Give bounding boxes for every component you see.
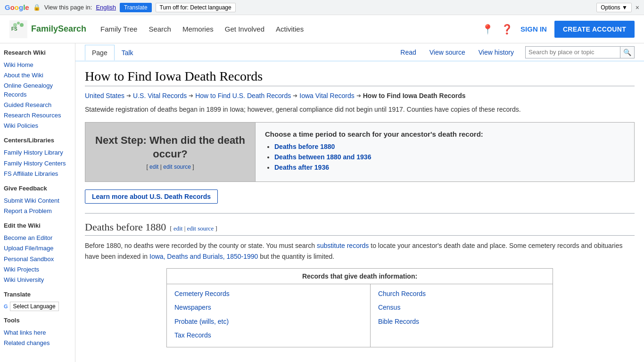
location-icon[interactable]: 📍 (482, 24, 494, 35)
records-table-heading: Records that give death information: (167, 269, 553, 284)
sidebar-item-personal-sandbox[interactable]: Personal Sandbox (4, 254, 71, 264)
tabs-actions: Read View source View history 🔍 (394, 45, 635, 60)
sidebar-item-report-problem[interactable]: Report a Problem (4, 206, 71, 216)
breadcrumb-arrow-1: ➔ (126, 92, 131, 99)
sidebar-tools-heading: Tools (4, 317, 71, 324)
language-link[interactable]: English (96, 4, 116, 11)
breadcrumb-iowa-vital[interactable]: Iowa Vital Records (299, 92, 354, 99)
sidebar-item-guided-research[interactable]: Guided Research (4, 100, 71, 110)
sidebar-item-wiki-projects[interactable]: Wiki Projects (4, 264, 71, 275)
breadcrumb-arrow-2: ➔ (189, 92, 193, 99)
section1-edit-source-link[interactable]: edit source (187, 225, 214, 232)
lock-icon: 🔒 (33, 4, 41, 11)
turn-off-button[interactable]: Turn off for: Detect language (156, 3, 236, 12)
sidebar-section-tools: Tools What links here Related changes (4, 317, 71, 348)
choose-heading: Choose a time period to search for your … (265, 130, 625, 138)
close-icon[interactable]: × (636, 4, 639, 11)
divider (85, 213, 635, 214)
census-link[interactable]: Census (378, 302, 545, 313)
next-step-edit-link[interactable]: edit (149, 164, 158, 170)
sidebar-item-fs-affiliate[interactable]: FS Affiliate Libraries (4, 169, 71, 179)
tabs-bar: Page Talk Read View source View history … (75, 43, 644, 61)
sidebar-item-fh-centers[interactable]: Family History Centers (4, 158, 71, 169)
records-left-col: Cemetery Records Newspapers Probate (wil… (167, 284, 371, 347)
sidebar-item-what-links[interactable]: What links here (4, 328, 71, 338)
sidebar-item-wiki-home[interactable]: Wiki Home (4, 60, 71, 70)
sidebar: Research Wiki Wiki Home About the Wiki O… (0, 43, 75, 362)
section1-edit-link[interactable]: edit (173, 225, 183, 232)
iowa-deaths-link[interactable]: Iowa, Deaths and Burials, 1850-1990 (149, 253, 258, 260)
learn-more-link[interactable]: Learn more about U.S. Death Records (92, 193, 211, 200)
section1-heading: Deaths before 1880 [ edit | edit source … (85, 221, 635, 236)
wiki-search-input[interactable] (526, 48, 620, 57)
breadcrumb-us-death[interactable]: How to Find U.S. Death Records (195, 92, 291, 99)
sign-in-link[interactable]: SIGN IN (520, 25, 547, 33)
time-periods-list: Deaths before 1880 Deaths between 1880 a… (265, 143, 625, 171)
sidebar-item-wiki-policies[interactable]: Wiki Policies (4, 121, 71, 131)
cemetery-records-link[interactable]: Cemetery Records (174, 288, 363, 300)
next-step-panel: Next Step: When did the death occur? [ e… (85, 123, 255, 181)
tab-page[interactable]: Page (85, 45, 115, 60)
learn-more-box: Learn more about U.S. Death Records (85, 189, 218, 204)
section1-title: Deaths before 1880 (85, 221, 166, 233)
view-page-in-text: View this page in: (44, 4, 92, 11)
sidebar-translate-heading: Translate (4, 291, 71, 298)
sidebar-item-research-resources[interactable]: Research Resources (4, 110, 71, 121)
tab-talk[interactable]: Talk (115, 45, 140, 60)
sidebar-item-about-wiki[interactable]: About the Wiki (4, 70, 71, 81)
nav-activities[interactable]: Activities (276, 25, 304, 33)
sidebar-item-wiki-university[interactable]: Wiki University (4, 275, 71, 285)
view-source-tab[interactable]: View source (423, 45, 472, 60)
list-item: Deaths after 1936 (274, 164, 625, 171)
newspapers-link[interactable]: Newspapers (174, 302, 363, 313)
read-tab[interactable]: Read (394, 45, 422, 60)
article: How to Find Iowa Death Records United St… (75, 61, 644, 355)
intro-text: Statewide registration of deaths began i… (85, 104, 635, 115)
deaths-1880-1936-link[interactable]: Deaths between 1880 and 1936 (274, 153, 371, 161)
nav-search[interactable]: Search (149, 25, 171, 33)
breadcrumb-us-vital[interactable]: U.S. Vital Records (133, 92, 187, 99)
sidebar-item-online-genealogy[interactable]: Online Genealogy Records (4, 81, 71, 99)
nav-memories[interactable]: Memories (182, 25, 214, 33)
google-small-icon: G (4, 304, 8, 309)
sidebar-item-upload-file[interactable]: Upload File/Image (4, 243, 71, 254)
deaths-after-1936-link[interactable]: Deaths after 1936 (274, 164, 329, 171)
probate-link[interactable]: Probate (wills, etc) (174, 316, 363, 328)
sidebar-edit-heading: Edit the Wiki (4, 222, 71, 229)
substitute-records-link[interactable]: substitute records (317, 242, 369, 249)
sidebar-section-translate: Translate G Select Language (4, 291, 71, 311)
breadcrumb-us[interactable]: United States (85, 92, 124, 99)
breadcrumb-current: How to Find Iowa Death Records (363, 92, 466, 99)
view-history-tab[interactable]: View history (472, 45, 520, 60)
list-item: Deaths between 1880 and 1936 (274, 153, 625, 161)
help-icon[interactable]: ❓ (501, 24, 513, 35)
records-right-col: Church Records Census Bible Records (370, 284, 553, 347)
sidebar-section-edit: Edit the Wiki Become an Editor Upload Fi… (4, 222, 71, 285)
logo-link[interactable]: FS FamilySearch (9, 20, 86, 38)
next-step-text: Next Step: When did the death occur? (95, 134, 246, 161)
bible-records-link[interactable]: Bible Records (378, 316, 545, 328)
main-layout: Research Wiki Wiki Home About the Wiki O… (0, 43, 644, 362)
wiki-search-box: 🔍 (525, 46, 635, 58)
svg-point-3 (17, 22, 20, 25)
select-language-button[interactable]: Select Language (10, 302, 59, 311)
sidebar-feedback-heading: Give Feedback (4, 185, 71, 192)
options-button[interactable]: Options ▼ (596, 3, 632, 12)
translate-button[interactable]: Translate (120, 3, 152, 12)
sidebar-item-become-editor[interactable]: Become an Editor (4, 233, 71, 243)
sidebar-research-heading: Research Wiki (4, 49, 71, 56)
wiki-search-button[interactable]: 🔍 (620, 47, 634, 58)
sidebar-item-related-changes[interactable]: Related changes (4, 338, 71, 348)
tax-records-link[interactable]: Tax Records (174, 329, 363, 341)
sidebar-section-feedback: Give Feedback Submit Wiki Content Report… (4, 185, 71, 216)
next-step-edit-source-link[interactable]: edit source (163, 164, 191, 170)
sidebar-item-submit-wiki[interactable]: Submit Wiki Content (4, 196, 71, 206)
nav-family-tree[interactable]: Family Tree (100, 25, 137, 33)
church-records-link[interactable]: Church Records (378, 288, 545, 300)
header-actions: 📍 ❓ SIGN IN CREATE ACCOUNT (482, 21, 635, 38)
nav-get-involved[interactable]: Get Involved (225, 25, 264, 33)
deaths-before-1880-link[interactable]: Deaths before 1880 (274, 143, 335, 150)
sidebar-item-fh-library[interactable]: Family History Library (4, 148, 71, 158)
create-account-button[interactable]: CREATE ACCOUNT (554, 21, 635, 38)
section1-text-before: Before 1880, no deaths were recorded by … (85, 242, 315, 249)
